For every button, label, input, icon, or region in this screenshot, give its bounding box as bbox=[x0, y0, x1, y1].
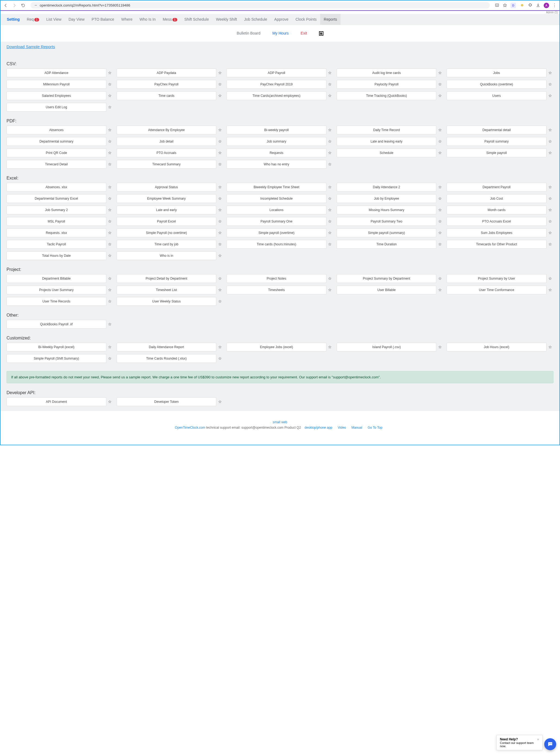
favorite-star-icon[interactable]: ☆ bbox=[106, 160, 114, 168]
report-button[interactable]: Time Duration bbox=[337, 240, 437, 249]
favorite-star-icon[interactable]: ☆ bbox=[216, 183, 223, 192]
report-button[interactable]: Tacllc Payroll bbox=[6, 240, 106, 249]
report-button[interactable]: Attendance By Employee bbox=[117, 126, 217, 134]
address-bar[interactable]: opentimeclock.com/q2/mReports.html?v=173… bbox=[31, 2, 490, 8]
favorite-star-icon[interactable]: ☆ bbox=[436, 183, 443, 192]
favorite-star-icon[interactable]: ☆ bbox=[546, 274, 554, 283]
report-button[interactable]: PayChex Payroll 2019 bbox=[226, 80, 326, 89]
subtab-qr[interactable] bbox=[316, 28, 327, 39]
report-button[interactable]: Employee Week Summary bbox=[117, 194, 217, 203]
tab-reports[interactable]: Reports bbox=[320, 14, 341, 25]
report-button[interactable]: Project Notes bbox=[226, 274, 326, 283]
forward-icon[interactable] bbox=[12, 3, 17, 8]
report-button[interactable]: API Document bbox=[6, 397, 106, 406]
site-info-icon[interactable] bbox=[34, 3, 38, 7]
back-icon[interactable] bbox=[3, 3, 8, 8]
report-button[interactable]: PTO Accruals bbox=[117, 148, 217, 157]
report-button[interactable]: Biweekly Employee Time Sheet bbox=[226, 183, 326, 192]
report-button[interactable]: User Billable bbox=[337, 285, 437, 294]
favorite-star-icon[interactable]: ☆ bbox=[436, 240, 443, 249]
report-button[interactable]: Simple Payroll (Shift Summary) bbox=[6, 354, 106, 363]
report-button[interactable]: Incompleted Schedule bbox=[226, 194, 326, 203]
favorite-star-icon[interactable]: ☆ bbox=[216, 126, 223, 134]
report-button[interactable]: Requests. xlsx bbox=[6, 229, 106, 237]
favorite-star-icon[interactable]: ☆ bbox=[106, 92, 114, 100]
report-button[interactable]: Timesheet List bbox=[117, 285, 217, 294]
extension-d-icon[interactable]: D bbox=[511, 3, 516, 8]
report-button[interactable]: ADP Payroll bbox=[226, 68, 326, 77]
report-button[interactable]: Time cards (hours:minutes) bbox=[226, 240, 326, 249]
footer-link[interactable]: desktop/phone app bbox=[305, 426, 332, 430]
favorite-star-icon[interactable]: ☆ bbox=[326, 229, 334, 237]
report-button[interactable]: Job Hours (excel) bbox=[446, 343, 546, 352]
favorite-star-icon[interactable]: ☆ bbox=[326, 126, 334, 134]
subtab-bulletin[interactable]: Bulletin Board bbox=[233, 28, 264, 39]
report-button[interactable]: Job Cost bbox=[446, 194, 546, 203]
favorite-star-icon[interactable]: ☆ bbox=[326, 285, 334, 294]
download-sample-link[interactable]: Download Sample Reports bbox=[6, 44, 55, 49]
report-button[interactable]: Job summary bbox=[226, 137, 326, 146]
report-button[interactable]: Time Cards Rounded (.xlsx) bbox=[117, 354, 217, 363]
report-button[interactable]: Late and leaving early bbox=[337, 137, 437, 146]
favorite-star-icon[interactable]: ☆ bbox=[436, 68, 443, 77]
favorite-star-icon[interactable]: ☆ bbox=[106, 354, 114, 363]
extensions-icon[interactable] bbox=[528, 3, 533, 7]
report-button[interactable]: Project Summary by Department bbox=[337, 274, 437, 283]
favorite-star-icon[interactable]: ☆ bbox=[436, 274, 443, 283]
report-button[interactable]: Timecard Summary bbox=[117, 160, 217, 168]
favorite-star-icon[interactable]: ☆ bbox=[546, 229, 554, 237]
favorite-star-icon[interactable]: ☆ bbox=[106, 251, 114, 260]
report-button[interactable]: Requests bbox=[226, 148, 326, 157]
report-button[interactable]: Island Payroll (.csv) bbox=[337, 343, 437, 352]
report-button[interactable]: Departmental Summary Excel bbox=[6, 194, 106, 203]
favorite-star-icon[interactable]: ☆ bbox=[216, 194, 223, 203]
favorite-star-icon[interactable]: ☆ bbox=[546, 137, 554, 146]
favorite-star-icon[interactable]: ☆ bbox=[326, 68, 334, 77]
report-button[interactable]: Job detail bbox=[117, 137, 217, 146]
footer-link[interactable]: Video bbox=[338, 426, 346, 430]
report-button[interactable]: Print QR Code bbox=[6, 148, 106, 157]
report-button[interactable]: Bi-Weekly Payroll (excel) bbox=[6, 343, 106, 352]
report-button[interactable]: ADP Paydata bbox=[117, 68, 217, 77]
favorite-star-icon[interactable]: ☆ bbox=[326, 80, 334, 89]
favorite-star-icon[interactable]: ☆ bbox=[546, 92, 554, 100]
report-button[interactable]: Millennium Payroll bbox=[6, 80, 106, 89]
favorite-star-icon[interactable]: ☆ bbox=[216, 354, 223, 363]
report-button[interactable]: Department Billable bbox=[6, 274, 106, 283]
favorite-star-icon[interactable]: ☆ bbox=[106, 194, 114, 203]
reload-icon[interactable] bbox=[21, 3, 25, 8]
report-button[interactable]: Absences. xlsx bbox=[6, 183, 106, 192]
report-button[interactable]: Timesheets bbox=[226, 285, 326, 294]
tab-req[interactable]: Req1 bbox=[23, 14, 43, 25]
report-button[interactable]: Simple payroll bbox=[446, 148, 546, 157]
favorite-star-icon[interactable]: ☆ bbox=[106, 126, 114, 134]
favorite-star-icon[interactable]: ☆ bbox=[106, 206, 114, 214]
report-button[interactable]: Project Detail by Department bbox=[117, 274, 217, 283]
favorite-star-icon[interactable]: ☆ bbox=[326, 183, 334, 192]
report-button[interactable]: Absences bbox=[6, 126, 106, 134]
favorite-star-icon[interactable]: ☆ bbox=[546, 68, 554, 77]
report-button[interactable]: Daily Attendance 2 bbox=[337, 183, 437, 192]
favorite-star-icon[interactable]: ☆ bbox=[216, 297, 223, 306]
favorite-star-icon[interactable]: ☆ bbox=[546, 285, 554, 294]
favorite-star-icon[interactable]: ☆ bbox=[326, 92, 334, 100]
report-button[interactable]: QuickBooks (overtime) bbox=[446, 80, 546, 89]
favorite-star-icon[interactable]: ☆ bbox=[106, 80, 114, 89]
company-link[interactable]: OpenTimeClock.com bbox=[175, 426, 205, 430]
report-button[interactable]: Project Summary by User bbox=[446, 274, 546, 283]
favorite-star-icon[interactable]: ☆ bbox=[546, 183, 554, 192]
favorite-star-icon[interactable]: ☆ bbox=[216, 92, 223, 100]
favorite-star-icon[interactable]: ☆ bbox=[216, 251, 223, 260]
favorite-star-icon[interactable]: ☆ bbox=[106, 217, 114, 226]
tab-clockpts[interactable]: Clock Points bbox=[292, 14, 320, 25]
favorite-star-icon[interactable]: ☆ bbox=[106, 103, 114, 112]
report-button[interactable]: Developer Token bbox=[117, 397, 217, 406]
report-button[interactable]: Simple payroll (summary) bbox=[337, 229, 437, 237]
report-button[interactable]: Job by Employee bbox=[337, 194, 437, 203]
favorite-star-icon[interactable]: ☆ bbox=[546, 343, 554, 352]
favorite-star-icon[interactable]: ☆ bbox=[106, 240, 114, 249]
tab-setting[interactable]: Setting bbox=[3, 14, 23, 25]
footer-link[interactable]: Manual bbox=[352, 426, 362, 430]
report-button[interactable]: ADP Attendance bbox=[6, 68, 106, 77]
report-button[interactable]: Simple payroll (overtime) bbox=[226, 229, 326, 237]
